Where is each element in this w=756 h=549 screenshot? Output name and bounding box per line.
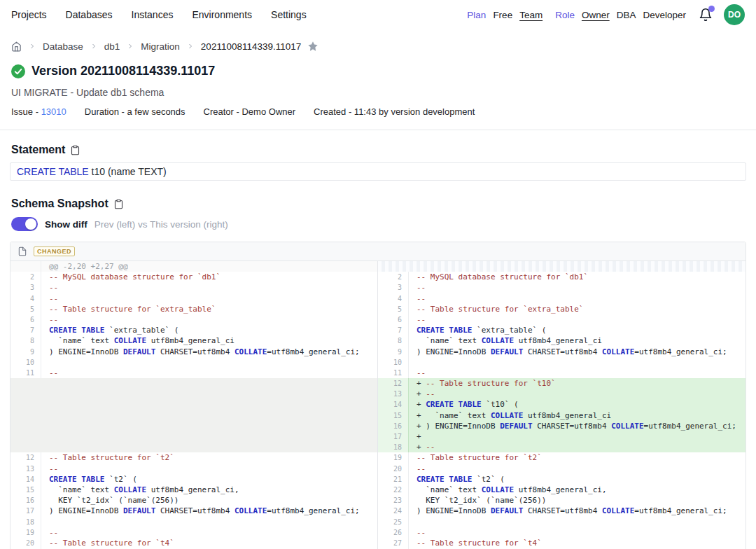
diff-line-added: 18+ --: [378, 442, 746, 452]
breadcrumb-version[interactable]: 20211008114339.11017: [201, 41, 301, 52]
diff-line: 11--: [378, 368, 746, 378]
code-line-text: + ) ENGINE=InnoDB DEFAULT CHARSET=utf8mb…: [409, 421, 746, 431]
diff-line-added: 14+ CREATE TABLE `t10` (: [378, 399, 746, 410]
code-line-text: ) ENGINE=InnoDB DEFAULT CHARSET=utf8mb4 …: [41, 347, 377, 357]
plan-option-free[interactable]: Free: [493, 10, 512, 20]
line-number: 10: [378, 357, 409, 368]
code-line-text: CREATE TABLE `t2` (: [409, 474, 746, 485]
chevron-right-icon: [90, 42, 98, 50]
diff-line: 7CREATE TABLE `extra_table` (: [10, 325, 377, 335]
code-line-text: -- MySQL database structure for `db1`: [409, 272, 746, 282]
line-number: 6: [10, 314, 41, 325]
plan-option-team[interactable]: Team: [519, 10, 542, 20]
code-line-text: [41, 517, 377, 527]
line-number: 14: [10, 474, 41, 485]
diff-line: 13--: [10, 464, 377, 474]
diff-pane-previous: @@ -2,20 +2,27 @@2-- MySQL database stru…: [10, 261, 378, 549]
line-number: 2: [378, 272, 409, 282]
line-number: 16: [378, 421, 409, 431]
snapshot-section-header: Schema Snapshot: [11, 197, 745, 210]
line-number: 13: [378, 389, 409, 399]
notification-dot: [708, 6, 715, 12]
diff-line: 5-- Table structure for `extra_table`: [378, 304, 746, 314]
role-link[interactable]: Role: [555, 10, 575, 20]
plan-link[interactable]: Plan: [467, 10, 486, 20]
diff-line: 3--: [378, 282, 746, 293]
code-line-text: KEY `t2_idx` (`name`(256)): [409, 495, 746, 506]
diff-line: 16 KEY `t2_idx` (`name`(256)): [10, 495, 377, 506]
plan-switcher: Plan Free Team: [467, 10, 542, 20]
nav-item-environments[interactable]: Environments: [192, 9, 252, 20]
diff-line: 26--: [378, 527, 746, 538]
diff-line: 2-- MySQL database structure for `db1`: [378, 272, 746, 282]
home-icon[interactable]: [11, 41, 22, 52]
diff-line: 25: [378, 517, 746, 527]
diff-line: 23 KEY `t2_idx` (`name`(256)): [378, 495, 746, 506]
diff-pane-current: 2-- MySQL database structure for `db1`3-…: [378, 261, 746, 549]
role-option-developer[interactable]: Developer: [643, 10, 686, 20]
code-line-text: + -- Table structure for `t10`: [409, 378, 746, 389]
nav-item-settings[interactable]: Settings: [271, 9, 307, 20]
diff-line: 6--: [10, 314, 377, 325]
code-line-text: `name` text COLLATE utf8mb4_general_ci,: [409, 485, 746, 495]
code-line-text: -- Table structure for `t4`: [409, 538, 746, 548]
code-line-text: -- Table structure for `extra_table`: [409, 304, 746, 314]
code-line-text: --: [41, 314, 377, 325]
show-diff-toggle[interactable]: [11, 217, 38, 231]
statement-sql: CREATE TABLE t10 (name TEXT): [10, 162, 746, 181]
line-number: 2: [10, 272, 41, 282]
diff-line: 27-- Table structure for `t4`: [378, 538, 746, 548]
breadcrumb-database[interactable]: Database: [43, 41, 83, 52]
code-line-text: --: [41, 527, 377, 538]
chevron-right-icon: [186, 42, 195, 50]
page-title: Version 20211008114339.11017: [31, 64, 215, 78]
copy-snapshot-button[interactable]: [113, 199, 124, 209]
role-switcher: Role Owner DBA Developer: [555, 10, 686, 20]
avatar[interactable]: DO: [724, 4, 745, 25]
code-line-text: `name` text COLLATE utf8mb4_general_ci: [41, 335, 377, 346]
diff-line: 9) ENGINE=InnoDB DEFAULT CHARSET=utf8mb4…: [10, 347, 377, 357]
diff-line-added: 12+ -- Table structure for `t10`: [378, 378, 746, 389]
line-number: 21: [378, 474, 409, 485]
code-line-text: --: [41, 368, 377, 378]
nav-item-instances[interactable]: Instances: [132, 9, 174, 20]
line-number: 12: [10, 452, 41, 463]
nav-item-databases[interactable]: Databases: [66, 9, 113, 20]
diff-line: 10: [378, 357, 746, 368]
section-divider: [0, 130, 756, 130]
diff-line: 3--: [10, 282, 377, 293]
issue-link[interactable]: 13010: [41, 106, 66, 117]
code-line-text: CREATE TABLE `extra_table` (: [409, 325, 746, 335]
star-icon[interactable]: [307, 41, 318, 52]
code-line-text: `name` text COLLATE utf8mb4_general_ci: [409, 335, 746, 346]
line-number: 17: [10, 506, 41, 516]
file-icon: [18, 246, 27, 256]
diff-line-added: 13+ --: [378, 389, 746, 399]
line-number: 22: [378, 485, 409, 495]
main-nav: Projects Databases Instances Environment…: [11, 9, 307, 20]
diff-line: 22 `name` text COLLATE utf8mb4_general_c…: [378, 485, 746, 495]
line-number: [10, 261, 41, 272]
code-line-text: --: [41, 293, 377, 304]
copy-statement-button[interactable]: [70, 145, 80, 155]
breadcrumb: Database db1 Migration 20211008114339.11…: [0, 29, 756, 52]
diff-header: CHANGED: [10, 242, 746, 261]
line-number: 24: [378, 506, 409, 516]
version-header: Version 20211008114339.11017: [11, 64, 745, 78]
code-line-text: --: [409, 368, 746, 378]
line-number: 14: [378, 399, 409, 410]
breadcrumb-migration[interactable]: Migration: [141, 41, 180, 52]
diff-line: 6--: [378, 314, 746, 325]
code-line-text: @@ -2,20 +2,27 @@: [41, 261, 377, 272]
diff-gap-filler: [10, 378, 377, 452]
line-number: 8: [10, 335, 41, 346]
diff-line: 12-- Table structure for `t2`: [10, 452, 377, 463]
nav-item-projects[interactable]: Projects: [11, 9, 47, 20]
role-option-owner[interactable]: Owner: [582, 10, 610, 20]
role-option-dba[interactable]: DBA: [617, 10, 636, 20]
breadcrumb-db1[interactable]: db1: [104, 41, 120, 52]
notification-bell-button[interactable]: [699, 8, 713, 22]
diff-line: 18: [10, 517, 377, 527]
line-number: 8: [378, 335, 409, 346]
diff-line: 15 `name` text COLLATE utf8mb4_general_c…: [10, 485, 377, 495]
